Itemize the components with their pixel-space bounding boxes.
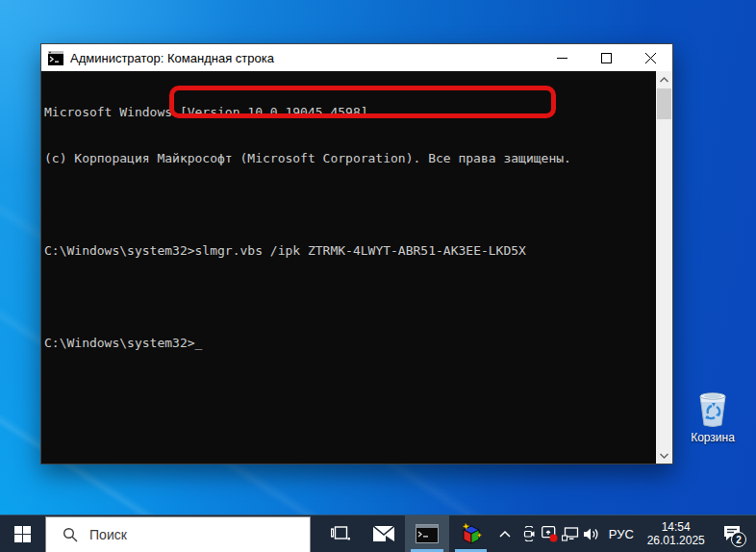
ethernet-icon <box>562 527 579 541</box>
console-blank-line <box>44 197 656 213</box>
screen-share-icon <box>542 526 558 542</box>
cmd-window-icon <box>416 524 439 543</box>
console-cursor: _ <box>195 336 203 350</box>
cmd-title-bar[interactable]: Администратор: Командная строка <box>41 44 672 71</box>
chevron-up-icon <box>660 77 668 83</box>
language-label: РУС <box>609 527 634 541</box>
console-output[interactable]: Microsoft Windows [Version 10.0.19045.45… <box>41 71 656 464</box>
taskbar: Поиск <box>0 514 756 552</box>
console-copyright-line: (c) Корпорация Майкрософт (Microsoft Cor… <box>44 151 656 166</box>
capture-tray-icon[interactable] <box>518 515 540 552</box>
cmd-window: Администратор: Командная строка Microsof… <box>40 43 673 464</box>
windows-logo-icon <box>14 526 31 542</box>
screen-record-tray-icon[interactable] <box>540 515 561 552</box>
cmd-icon <box>48 51 63 65</box>
close-button[interactable] <box>628 44 672 71</box>
task-view-icon <box>331 526 350 541</box>
taskbar-search-input[interactable]: Поиск <box>45 516 311 552</box>
recycle-bin-shortcut[interactable]: Корзина <box>677 389 748 444</box>
search-placeholder: Поиск <box>89 527 127 542</box>
search-icon <box>63 527 78 542</box>
chevron-up-icon <box>499 530 511 538</box>
taskbar-clock[interactable]: 14:54 26.01.2025 <box>641 515 711 552</box>
console-version-line: Microsoft Windows [Version 10.0.19045.45… <box>44 105 656 120</box>
notification-badge: 2 <box>731 532 746 547</box>
scroll-up-button[interactable] <box>656 71 672 88</box>
maximize-button[interactable] <box>584 44 628 71</box>
scroll-down-button[interactable] <box>656 447 672 464</box>
action-center-button[interactable]: 2 <box>711 515 752 552</box>
clock-date: 26.01.2025 <box>647 534 705 547</box>
console-command-line: C:\Windows\system32>slmgr.vbs /ipk ZTRMK… <box>44 243 656 259</box>
minimize-button[interactable] <box>540 44 584 71</box>
close-icon <box>645 53 656 63</box>
console-scrollbar[interactable] <box>656 71 672 464</box>
mail-app-button[interactable] <box>362 515 405 552</box>
task-view-button[interactable] <box>318 515 362 552</box>
console-prompt: C:\Windows\system32> <box>44 243 195 258</box>
camera-circle-icon <box>521 526 537 541</box>
console-prompt: C:\Windows\system32> <box>44 336 195 350</box>
console-blank-line <box>44 289 656 305</box>
mail-icon <box>373 526 394 541</box>
recycle-bin-icon <box>693 389 732 429</box>
console-command: slmgr.vbs /ipk ZTRMK-4LWYT-ABR51-AK3EE-L… <box>195 243 526 258</box>
window-title: Администратор: Командная строка <box>70 51 274 65</box>
cmd-taskbar-button[interactable] <box>405 515 448 552</box>
start-button[interactable] <box>0 515 45 552</box>
scrollbar-thumb[interactable] <box>657 88 671 119</box>
chevron-down-icon <box>660 453 668 459</box>
network-tray-icon[interactable] <box>560 515 581 552</box>
recycle-bin-label: Корзина <box>677 431 748 444</box>
show-hidden-icons-button[interactable] <box>492 515 518 552</box>
desktop: Корзина Администратор: Командная строка <box>0 0 756 552</box>
volume-tray-icon[interactable] <box>581 515 602 552</box>
colored-cube-icon <box>458 521 483 546</box>
activator-app-button[interactable] <box>449 515 492 552</box>
console-current-prompt: C:\Windows\system32>_ <box>44 336 656 351</box>
speaker-icon <box>583 527 599 541</box>
clock-time: 14:54 <box>662 520 691 534</box>
minimize-icon <box>557 53 567 63</box>
maximize-icon <box>601 53 612 63</box>
language-indicator[interactable]: РУС <box>601 515 641 552</box>
